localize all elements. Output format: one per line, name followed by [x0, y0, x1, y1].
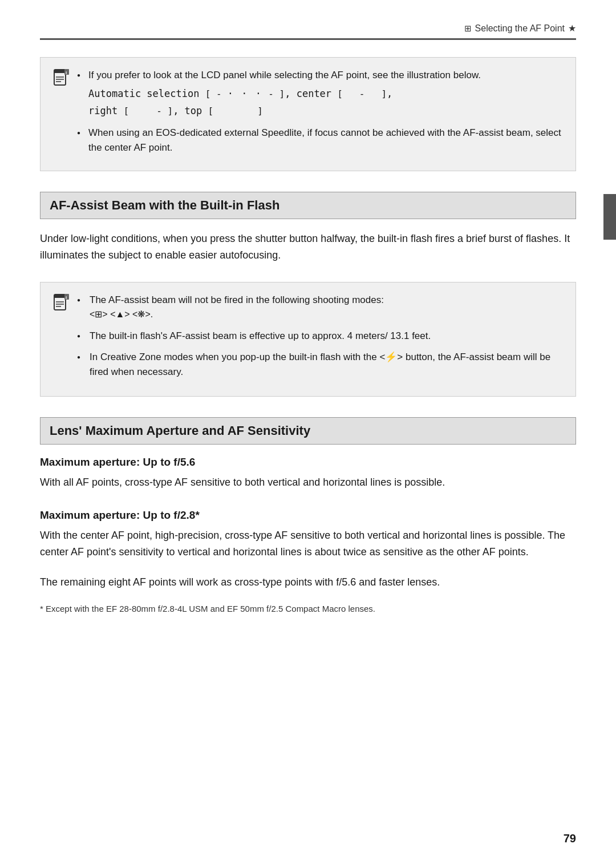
- info-bullet-2-text: The built-in flash's AF-assist beam is e…: [90, 330, 431, 341]
- info-bullet-1: The AF-assist beam will not be fired in …: [77, 293, 563, 322]
- note-content-2: The AF-assist beam will not be fired in …: [77, 293, 563, 386]
- subsection2-heading: Maximum aperture: Up to f/2.8*: [40, 509, 576, 522]
- subsection2-footnote: * Except with the EF 28-80mm f/2.8-4L US…: [40, 604, 576, 613]
- page-number: 79: [564, 832, 576, 845]
- section1-heading: AF-Assist Beam with the Built-in Flash: [40, 192, 576, 219]
- subsection2-body2: The remaining eight AF points will work …: [40, 574, 576, 591]
- section2-heading: Lens' Maximum Aperture and AF Sensitivit…: [40, 417, 576, 445]
- subsection2-body1: With the center AF point, high-precision…: [40, 527, 576, 560]
- svg-text:i: i: [66, 70, 67, 75]
- header-bar: ⊞ Selecting the AF Point ★: [40, 23, 576, 40]
- header-text: Selecting the AF Point: [475, 23, 565, 34]
- note-bullet-1-text: If you prefer to look at the LCD panel w…: [88, 70, 481, 80]
- note-bullet-2-text: When using an EOS-dedicated external Spe…: [88, 127, 561, 153]
- page-container: ⊞ Selecting the AF Point ★ i If you pref…: [0, 0, 616, 868]
- svg-rect-1: [54, 70, 66, 73]
- subsection1-body: With all AF points, cross-type AF sensit…: [40, 474, 576, 491]
- info-bullet-1-text: The AF-assist beam will not be fired in …: [90, 294, 384, 305]
- header-star: ★: [568, 23, 576, 34]
- note-bullet-list-1: If you prefer to look at the LCD panel w…: [77, 68, 563, 155]
- note-icon-1: i: [53, 69, 69, 90]
- info-bullet-2: The built-in flash's AF-assist beam is e…: [77, 329, 563, 344]
- info-bullet-list: The AF-assist beam will not be fired in …: [77, 293, 563, 380]
- svg-rect-8: [54, 294, 66, 298]
- section1-block: AF-Assist Beam with the Built-in Flash U…: [40, 192, 576, 264]
- section2-block: Lens' Maximum Aperture and AF Sensitivit…: [40, 417, 576, 613]
- header-title: ⊞ Selecting the AF Point ★: [464, 23, 576, 34]
- info-bullet-3-text: In Creative Zone modes when you pop-up t…: [90, 352, 550, 377]
- info-bullet-3: In Creative Zone modes when you pop-up t…: [77, 350, 563, 379]
- note-icon-2: i: [53, 294, 69, 314]
- subsection1-heading: Maximum aperture: Up to f/5.6: [40, 456, 576, 469]
- note-bullet-2: When using an EOS-dedicated external Spe…: [77, 126, 563, 155]
- subsection2-block: Maximum aperture: Up to f/2.8* With the …: [40, 509, 576, 613]
- subsection1-block: Maximum aperture: Up to f/5.6 With all A…: [40, 456, 576, 491]
- af-point-icon: ⊞: [464, 23, 472, 34]
- note-content-1: If you prefer to look at the LCD panel w…: [77, 68, 563, 160]
- note-box-2: i The AF-assist beam will not be fired i…: [40, 282, 576, 397]
- note-bullet-1: If you prefer to look at the LCD panel w…: [77, 68, 563, 120]
- section1-body: Under low-light conditions, when you pre…: [40, 231, 576, 264]
- svg-text:i: i: [66, 295, 67, 300]
- bookmark-tab: [603, 194, 616, 240]
- selection-line: Automatic selection [ - · · · - ], cente…: [88, 85, 563, 120]
- note-box-1: i If you prefer to look at the LCD panel…: [40, 57, 576, 171]
- shooting-modes-icons: <⊞> <▲> <❋>.: [90, 309, 153, 319]
